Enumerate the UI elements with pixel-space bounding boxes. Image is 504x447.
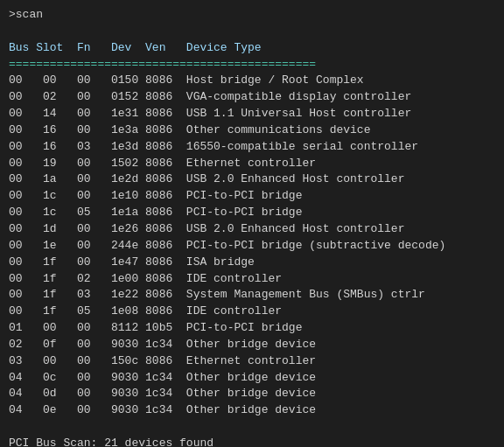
summary-line: PCI Bus Scan: 21 devices found	[9, 436, 495, 447]
prompt-line: >scan	[9, 7, 495, 24]
table-row: 04 0c 00 9030 1c34 Other bridge device	[9, 370, 495, 387]
table-row: 00 19 00 1502 8086 Ethernet controller	[9, 156, 495, 172]
table-row: 00 16 03 1e3d 8086 16550-compatible seri…	[9, 139, 495, 156]
table-row: 04 0d 00 9030 1c34 Other bridge device	[9, 386, 495, 402]
table-row: 00 1d 00 1e26 8086 USB 2.0 Enhanced Host…	[9, 221, 495, 238]
data-rows: 00 00 00 0150 8086 Host bridge / Root Co…	[9, 73, 495, 419]
table-row: 04 0e 00 9030 1c34 Other bridge device	[9, 402, 495, 419]
table-row: 00 00 00 0150 8086 Host bridge / Root Co…	[9, 73, 495, 89]
table-row: 00 02 00 0152 8086 VGA-compatible displa…	[9, 89, 495, 106]
table-row: 00 16 00 1e3a 8086 Other communications …	[9, 122, 495, 139]
header-row: Bus Slot Fn Dev Ven Device Type	[9, 40, 495, 57]
table-row: 00 1f 03 1e22 8086 System Management Bus…	[9, 287, 495, 304]
table-row: 00 1a 00 1e2d 8086 USB 2.0 Enhanced Host…	[9, 171, 495, 188]
table-row: 01 00 00 8112 10b5 PCI-to-PCI bridge	[9, 320, 495, 337]
table-row: 00 1f 00 1e47 8086 ISA bridge	[9, 255, 495, 271]
table-row: 00 14 00 1e31 8086 USB 1.1 Universal Hos…	[9, 106, 495, 122]
table-row: 00 1c 00 1e10 8086 PCI-to-PCI bridge	[9, 188, 495, 205]
blank-line-1	[9, 24, 495, 40]
table-row: 00 1f 05 1e08 8086 IDE controller	[9, 304, 495, 320]
table-row: 00 1c 05 1e1a 8086 PCI-to-PCI bridge	[9, 205, 495, 221]
blank-line-2	[9, 419, 495, 436]
table-row: 03 00 00 150c 8086 Ethernet controller	[9, 353, 495, 370]
table-row: 00 1f 02 1e00 8086 IDE controller	[9, 271, 495, 288]
terminal-window: >scan Bus Slot Fn Dev Ven Device Type ==…	[9, 7, 495, 447]
separator-line: ========================================…	[9, 57, 495, 73]
table-row: 02 0f 00 9030 1c34 Other bridge device	[9, 337, 495, 353]
table-row: 00 1e 00 244e 8086 PCI-to-PCI bridge (su…	[9, 238, 495, 255]
